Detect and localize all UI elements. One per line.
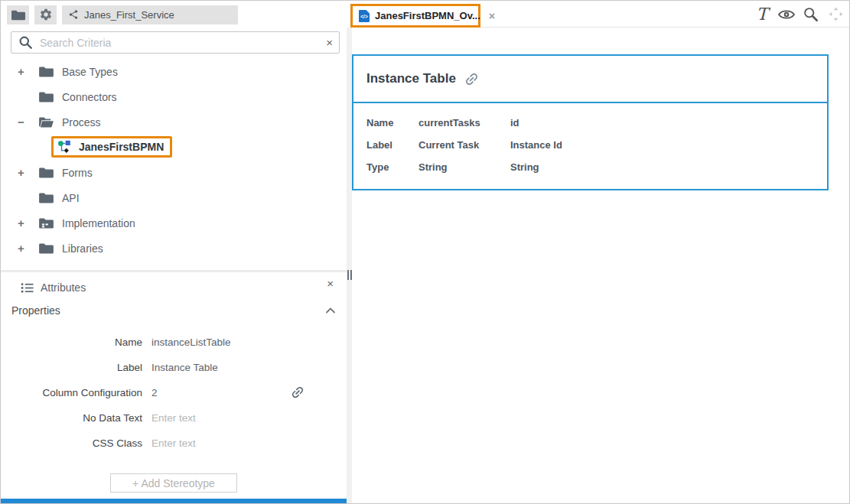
label-field[interactable]: Instance Table [151,362,218,373]
field-css-class: CSS Class Enter text [1,431,347,456]
tree-item-process[interactable]: − Process [1,109,347,135]
cell: id [510,117,519,128]
tree-item-base-types[interactable]: + Base Types [1,59,347,84]
properties-section-header[interactable]: Properties [11,304,336,317]
selected-item-highlight: JanesFirstBPMN [51,136,172,158]
field-column-configuration: Column Configuration 2 [1,380,347,405]
link-icon[interactable] [464,71,480,87]
search-input[interactable] [40,37,326,49]
tree-item-label: Forms [62,167,93,179]
gear-icon [39,8,53,21]
application-window: Janes_First_Service × + Base Types [0,0,850,504]
service-icon [68,9,79,20]
editor-tab-janesfirstbpmn-overview[interactable]: </> JanesFirstBPMN_Ov... × [350,4,480,28]
field-label: Name [1,337,142,348]
card-header: Instance Table [353,56,827,103]
table-row-label: Label Current Task Instance Id [366,134,814,156]
tree-item-janesfirstbpmn[interactable]: JanesFirstBPMN [1,135,347,158]
close-tab-icon[interactable]: × [489,10,495,22]
editor-tabbar: </> JanesFirstBPMN_Ov... × T [352,1,849,28]
editor-area: </> JanesFirstBPMN_Ov... × T [352,1,849,503]
settings-button[interactable] [34,5,57,24]
canvas-toolbar: T [753,1,845,28]
field-label: No Data Text [1,412,142,424]
tree-item-forms[interactable]: + Forms [1,160,347,185]
folder-open-icon [39,116,54,128]
tree-item-label: Process [62,116,101,128]
folder-implementation-icon [39,217,54,229]
field-no-data-text: No Data Text Enter text [1,405,347,431]
tree-item-api[interactable]: API [1,185,347,210]
css-class-field[interactable]: Enter text [151,437,196,449]
column-configuration-table: Name currentTasks id Label Current Task … [353,103,827,178]
attributes-title: Attributes [41,281,86,294]
folder-icon [39,91,54,103]
tree-item-label: Implementation [62,217,135,229]
left-sidebar: Janes_First_Service × + Base Types [1,1,347,503]
tree-item-label: Base Types [62,66,118,78]
project-tab-label: Janes_First_Service [84,9,174,21]
expand-icon[interactable]: + [18,216,39,229]
cell: Instance Id [510,139,562,151]
tree-item-implementation[interactable]: + Implementation [1,210,347,236]
cell: String [510,161,539,173]
card-title: Instance Table [366,71,456,86]
tree-item-label: Connectors [62,91,117,103]
text-tool-icon[interactable]: T [753,5,771,24]
field-name: Name instanceListTable [1,330,347,355]
move-icon[interactable] [826,5,845,24]
field-label-row: Label Instance Table [1,355,347,380]
row-header: Name [366,117,418,128]
list-icon [21,281,34,294]
zoom-icon[interactable] [802,5,820,24]
link-icon[interactable] [290,385,305,400]
expand-icon[interactable]: + [18,242,39,255]
row-header: Type [366,161,418,173]
code-document-icon: </> [359,10,370,22]
property-fields: Name instanceListTable Label Instance Ta… [1,330,347,456]
field-label: Column Configuration [1,387,142,398]
attributes-panel: Attributes × Properties Name instanceLis… [1,270,347,503]
sidebar-bottom-scrollbar[interactable] [1,499,349,503]
tree-item-connectors[interactable]: Connectors [1,84,347,109]
project-tab[interactable]: Janes_First_Service [62,5,238,24]
collapse-icon[interactable]: − [18,115,39,128]
expand-icon[interactable]: + [18,166,39,179]
model-tree: + Base Types Connectors − Process [1,59,347,261]
sidebar-toolbar: Janes_First_Service [1,1,347,28]
tree-item-label: Libraries [62,242,103,255]
chevron-up-icon[interactable] [325,306,336,315]
expand-icon[interactable]: + [18,65,39,78]
name-field[interactable]: instanceListTable [151,337,231,348]
editor-tab-label: JanesFirstBPMN_Ov... [375,10,480,21]
folder-icon [39,167,54,179]
attributes-header: Attributes [1,277,347,298]
folder-icon [11,9,25,21]
no-data-text-field[interactable]: Enter text [151,412,196,424]
add-stereotype-button[interactable]: + Add Stereotype [110,473,237,493]
row-header: Label [366,139,418,151]
tree-item-label: JanesFirstBPMN [79,141,164,153]
search-box[interactable]: × [11,31,340,54]
folder-icon [39,66,54,78]
open-folder-button[interactable] [7,5,29,24]
folder-icon [39,192,54,204]
field-label: Label [1,362,142,373]
eye-icon[interactable] [777,5,796,24]
folder-icon [39,242,54,255]
cell: String [418,161,510,173]
tree-item-libraries[interactable]: + Libraries [1,236,347,261]
properties-title: Properties [11,304,60,317]
cell: Current Task [418,139,510,151]
table-row-type: Type String String [366,156,814,178]
panel-splitter[interactable] [347,28,352,503]
splitter-grip-icon[interactable] [347,270,352,280]
tree-item-label: API [62,192,80,204]
close-icon[interactable]: × [327,277,334,290]
instance-table-card[interactable]: Instance Table Name currentTasks id Labe… [352,54,829,190]
table-row-name: Name currentTasks id [366,112,814,134]
bpmn-icon [57,141,73,153]
svg-text:</>: </> [360,14,368,19]
column-configuration-field[interactable]: 2 [151,387,158,398]
search-clear-icon[interactable]: × [326,37,333,48]
